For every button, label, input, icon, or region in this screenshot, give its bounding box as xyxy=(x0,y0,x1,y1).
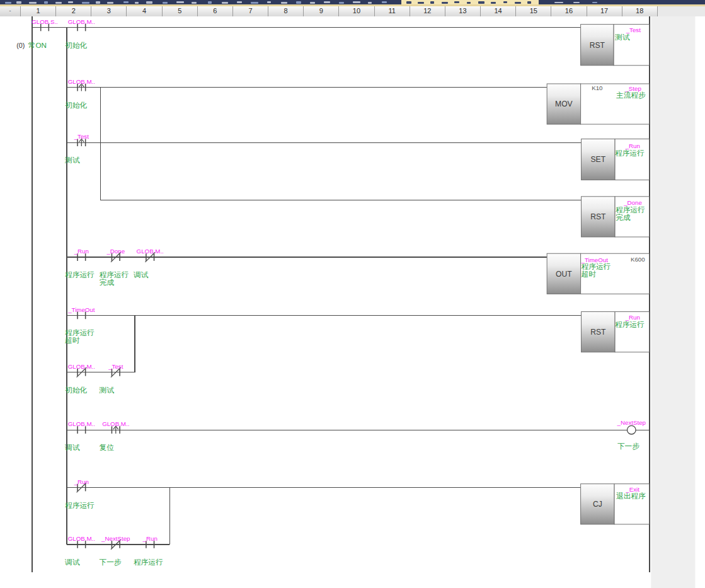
toolbar-icon-fragment xyxy=(96,1,100,4)
device-label: _Run xyxy=(142,535,158,542)
device-label: GLOB.M.. xyxy=(137,248,164,255)
device-label: GLOB.M.. xyxy=(68,18,95,25)
column-header: 3 xyxy=(91,6,127,16)
toolbar-icon-fragment xyxy=(16,1,21,4)
toolbar-icon-fragment xyxy=(5,2,11,4)
column-header: 8 xyxy=(268,6,304,16)
device-label: _Test xyxy=(108,363,123,370)
toolbar-icon-fragment xyxy=(592,2,597,3)
device-comment: 测试 xyxy=(99,386,115,394)
block-mnemonic: RST xyxy=(590,328,606,337)
plc-ladder-editor: { "toolbar": { "bg_color": "#2f3a5d", "h… xyxy=(0,0,705,588)
toolbar-icon-fragment xyxy=(208,1,212,4)
instruction-block[interactable]: MOVK10_Step主流程步 xyxy=(547,84,649,124)
toolbar-icon-fragment xyxy=(82,2,89,4)
device-comment: 复位 xyxy=(100,443,115,451)
toolbar-icon-fragment xyxy=(442,2,448,4)
device-label: _Run xyxy=(74,248,89,255)
toolbar-icon-fragment xyxy=(146,1,152,4)
instruction-block[interactable]: CJ_Exit退出程序 xyxy=(581,484,650,524)
device-comment: 程序运行 xyxy=(65,501,95,509)
device-comment: 初始化 xyxy=(65,41,87,49)
toolbar-icon-fragment xyxy=(192,2,197,4)
device-comment: 测试 xyxy=(614,33,630,41)
column-header: 16 xyxy=(551,6,587,16)
column-header: 1 xyxy=(21,6,56,16)
toolbar-icon-fragment xyxy=(176,1,184,3)
toolbar-icon-fragment xyxy=(368,2,372,4)
column-header: 5 xyxy=(163,6,198,16)
toolbar-icon-fragment xyxy=(339,2,344,4)
toolbar-icon-fragment xyxy=(454,1,459,3)
toolbar-icon-fragment xyxy=(324,1,330,3)
block-mnemonic: RST xyxy=(590,212,606,221)
column-header: 18 xyxy=(622,6,658,16)
device-comment: 调试 xyxy=(133,270,149,279)
ladder-diagram: (0)RST_Test测试MOVK10_Step主流程步SET_Run程序运行R… xyxy=(0,16,705,588)
toolbar-icon-fragment xyxy=(237,1,242,3)
grid-corner-cell[interactable]: - xyxy=(0,6,21,16)
rung-number: (0) xyxy=(16,42,25,49)
device-comment: 程序运行 xyxy=(615,320,645,328)
device-label: GLOB.M.. xyxy=(102,420,129,427)
toolbar-icon-fragment xyxy=(267,1,271,3)
toolbar-icon-fragment xyxy=(554,2,563,3)
device-comment: 下一步 xyxy=(100,558,122,566)
toolbar-icon-fragment xyxy=(353,1,360,3)
instruction-block[interactable]: RST_Test测试 xyxy=(581,25,650,66)
device-comment: 调试 xyxy=(64,558,80,566)
toolbar-icon-fragment xyxy=(163,2,168,4)
device-comment: 调试 xyxy=(64,443,80,451)
device-label: _NextStep xyxy=(101,535,130,542)
toolbar-icon-fragment xyxy=(527,1,531,4)
operand-value: K10 xyxy=(592,84,603,91)
device-comment: 程序运行 xyxy=(134,558,163,566)
device-comment: 程序运行 xyxy=(615,149,645,157)
column-header: 14 xyxy=(481,6,516,16)
grid-header-filler xyxy=(658,6,705,16)
device-label: _NextStep xyxy=(617,419,646,426)
toolbar-icon-fragment xyxy=(406,1,411,4)
device-comment: 程序运行 xyxy=(65,270,95,279)
toolbar-icon-fragment xyxy=(430,1,434,4)
device-label: GLOB.S.. xyxy=(32,18,58,25)
toolbar-icon-fragment xyxy=(44,1,48,4)
operand-value: K600 xyxy=(631,256,645,263)
toolbar-icon-fragment xyxy=(515,2,521,4)
device-label: _Run xyxy=(74,478,89,485)
column-header: 11 xyxy=(375,6,410,16)
instruction-block[interactable]: RST_Done程序运行完成 xyxy=(582,197,650,237)
device-comment: 测试 xyxy=(64,156,80,164)
toolbar-icon-fragment xyxy=(310,2,315,4)
block-mnemonic: MOV xyxy=(555,100,573,108)
device-comment: 常ON xyxy=(28,41,47,49)
toolbar-icon-fragment xyxy=(418,2,424,4)
toolbar-icon-fragment xyxy=(491,2,496,4)
device-comment: 初始化 xyxy=(65,386,87,394)
block-mnemonic: CJ xyxy=(593,500,602,509)
column-header: 13 xyxy=(445,6,481,16)
device-comment: 完成 xyxy=(616,213,631,221)
toolbar-icon-fragment xyxy=(573,2,580,3)
device-comment: 超时 xyxy=(65,336,80,344)
column-header: 10 xyxy=(339,6,374,16)
block-mnemonic: SET xyxy=(591,155,606,164)
device-label: GLOB.M.. xyxy=(68,420,95,427)
right-margin xyxy=(651,16,695,588)
instruction-block[interactable]: SET_Run程序运行 xyxy=(582,139,650,180)
device-comment: 下一步 xyxy=(617,442,639,450)
device-comment: 完成 xyxy=(100,278,115,286)
column-header: 7 xyxy=(233,6,268,16)
instruction-block[interactable]: RST_Run程序运行 xyxy=(582,312,650,352)
toolbar-icon-fragment xyxy=(222,2,228,4)
column-header: 9 xyxy=(304,6,339,16)
toolbar-icon-fragment xyxy=(382,1,387,3)
instruction-block[interactable]: OUT_TimeOutK600程序运行超时 xyxy=(547,253,649,294)
column-header: 15 xyxy=(516,6,551,16)
device-label: GLOB.M.. xyxy=(68,535,95,542)
device-label: _Test xyxy=(74,133,89,140)
device-label: _TimeOut xyxy=(67,306,95,313)
block-mnemonic: RST xyxy=(590,41,605,50)
toolbar-icon-fragment xyxy=(281,2,287,4)
toolbar-icon-fragment xyxy=(251,2,258,4)
